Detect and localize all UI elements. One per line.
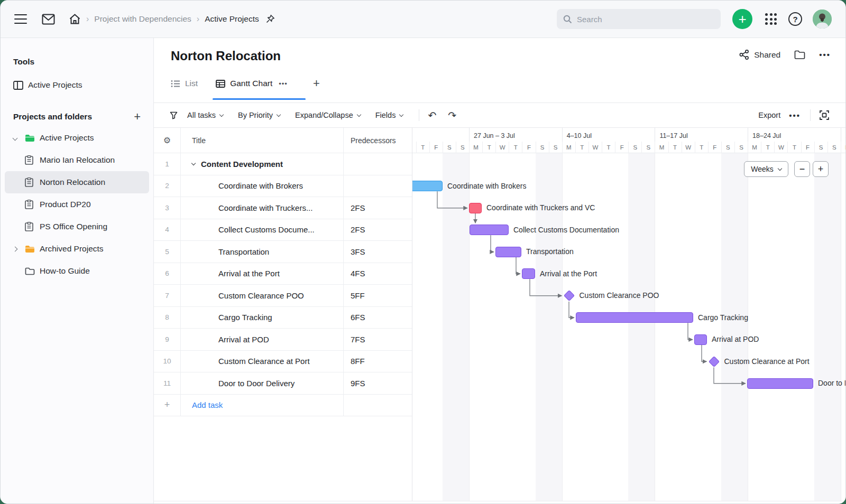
inbox-mail-icon[interactable]	[42, 14, 55, 25]
hamburger-menu-icon[interactable]	[14, 14, 27, 24]
table-row[interactable]: 11Door to Door Delivery9FS	[154, 372, 412, 395]
sidebar-item-mario-ian-relocation[interactable]: Mario Ian Relocation	[5, 149, 149, 171]
tab-list[interactable]: List	[171, 74, 198, 92]
bottom-edge	[154, 501, 845, 504]
task-bar[interactable]	[470, 225, 509, 235]
task-title-cell[interactable]: Arrival at POD	[181, 329, 344, 350]
sidebar-item-ps-office-opening[interactable]: PS Office Opening	[5, 216, 149, 238]
predecessor-cell[interactable]: 2FS	[344, 197, 412, 219]
predecessor-cell[interactable]: 6FS	[344, 307, 412, 329]
home-icon[interactable]	[69, 13, 81, 25]
redo-button[interactable]: ↷	[448, 109, 456, 121]
pin-icon[interactable]	[265, 14, 275, 24]
sidebar-tool-active-projects[interactable]: Active Projects	[5, 74, 149, 96]
table-row[interactable]: 9Arrival at POD7FS	[154, 329, 412, 351]
timescale-dropdown[interactable]: Weeks	[744, 161, 788, 177]
table-row[interactable]: 6Arrival at the Port4FS	[154, 263, 412, 285]
predecessor-cell[interactable]: 9FS	[344, 372, 412, 394]
tab-menu-dots-icon[interactable]: •••	[279, 80, 288, 88]
apps-grid-icon[interactable]	[765, 13, 777, 25]
view-tabs: ListGantt Chart•••+	[171, 74, 845, 92]
zoom-out-button[interactable]: −	[794, 161, 810, 177]
create-new-button[interactable]: +	[732, 9, 752, 29]
gantt-day-letter: S	[456, 142, 469, 153]
shared-button[interactable]: Shared	[739, 50, 780, 60]
gantt-week-header: 27 Jun – 3 Jul4–10 Jul11–17 Jul18–24 Jul…	[412, 128, 845, 142]
sidebar-item-norton-relocation[interactable]: Norton Relocation	[5, 171, 149, 193]
search-input[interactable]: Search	[557, 9, 721, 29]
avatar[interactable]	[813, 10, 832, 29]
sidebar-item-archived-projects[interactable]: Archived Projects	[5, 238, 149, 260]
breadcrumb-current[interactable]: Active Projects	[205, 14, 259, 24]
undo-button[interactable]: ↶	[428, 109, 436, 121]
more-options-icon[interactable]: •••	[819, 50, 831, 59]
gantt-day-letter: S	[536, 142, 549, 153]
toolbar-by-priority-dropdown[interactable]: By Priority	[238, 111, 280, 119]
predecessor-cell[interactable]: 3FS	[344, 241, 412, 263]
predecessor-cell[interactable]: 5FF	[344, 285, 412, 306]
export-button[interactable]: Export	[758, 111, 780, 119]
toolbar-dropdown-label: All tasks	[187, 111, 216, 119]
task-title-cell[interactable]: Cargo Tracking	[181, 307, 344, 329]
add-task-plus-icon[interactable]: +	[154, 395, 181, 416]
task-bar[interactable]	[747, 378, 813, 389]
predecessor-cell[interactable]: 8FF	[344, 351, 412, 372]
task-title-cell[interactable]: Arrival at the Port	[181, 263, 344, 285]
chevron-right-icon[interactable]	[13, 246, 18, 251]
table-row[interactable]: 4Collect Customs Docume...2FS	[154, 219, 412, 241]
gantt-week-label: 18–24 Jul	[748, 128, 841, 142]
task-bar[interactable]	[694, 334, 707, 345]
table-row[interactable]: 5Transportation3FS	[154, 241, 412, 263]
task-title-cell[interactable]: Content Development	[181, 153, 344, 175]
table-row[interactable]: 8Cargo Tracking6FS	[154, 307, 412, 329]
table-row[interactable]: 2Coordinate with Brokers	[154, 175, 412, 198]
tab-gantt-chart[interactable]: Gantt Chart•••	[216, 74, 288, 92]
toolbar-more-icon[interactable]: •••	[789, 111, 801, 120]
work-area: ⚙ Title Predecessors 1Content Developmen…	[154, 128, 845, 501]
sidebar-item-how-to-guide[interactable]: How-to Guide	[5, 260, 149, 282]
task-bar[interactable]	[495, 247, 521, 257]
add-task-button[interactable]: Add task	[181, 395, 344, 416]
toolbar-all-tasks-dropdown[interactable]: All tasks	[170, 111, 223, 119]
predecessor-cell[interactable]	[344, 153, 412, 175]
add-view-button[interactable]: +	[313, 77, 320, 90]
task-bar[interactable]	[469, 203, 482, 213]
zoom-in-button[interactable]: +	[813, 161, 829, 177]
predecessor-cell[interactable]: 4FS	[344, 263, 412, 285]
toolbar-expand-collapse-dropdown[interactable]: Expand/Collapse	[295, 111, 361, 119]
breadcrumb-parent[interactable]: Project with Dependencies	[94, 14, 191, 24]
list-icon	[171, 80, 180, 88]
task-title-cell[interactable]: Collect Customs Docume...	[181, 219, 344, 241]
task-title-cell[interactable]: Door to Door Delivery	[181, 372, 344, 394]
predecessor-cell[interactable]	[344, 175, 412, 197]
folder-icon[interactable]	[794, 50, 805, 59]
task-title-cell[interactable]: Transportation	[181, 241, 344, 263]
help-icon[interactable]: ?	[788, 12, 802, 26]
task-bar[interactable]	[522, 268, 535, 279]
task-title: Transportation	[218, 247, 269, 256]
gantt-day-letter: S	[628, 142, 641, 153]
sidebar-item-active-projects[interactable]: Active Projects	[5, 127, 149, 149]
table-settings-gear-icon[interactable]: ⚙	[163, 135, 171, 145]
task-title-cell[interactable]: Custom Clearance POO	[181, 285, 344, 306]
table-row[interactable]: 10Custom Clearance at Port8FF	[154, 351, 412, 373]
task-title-cell[interactable]: Custom Clearance at Port	[181, 351, 344, 372]
chevron-down-icon[interactable]	[13, 135, 18, 141]
toolbar-fields-dropdown[interactable]: Fields	[375, 111, 403, 119]
sidebar-item-product-dp20[interactable]: Product DP20	[5, 193, 149, 216]
add-project-button[interactable]: +	[134, 110, 141, 124]
predecessor-cell[interactable]: 7FS	[344, 329, 412, 350]
column-header-title[interactable]: Title	[181, 128, 344, 153]
table-row[interactable]: 1Content Development	[154, 153, 412, 175]
table-row[interactable]: 3Coordinate with Truckers...2FS	[154, 197, 412, 219]
collapse-chevron-icon[interactable]	[191, 161, 196, 165]
task-bar[interactable]	[412, 181, 443, 191]
predecessor-cell[interactable]: 2FS	[344, 219, 412, 241]
column-header-predecessors[interactable]: Predecessors	[344, 128, 412, 153]
task-title-cell[interactable]: Coordinate with Truckers...	[181, 197, 344, 219]
task-title-cell[interactable]: Coordinate with Brokers	[181, 175, 344, 197]
fullscreen-icon[interactable]	[819, 110, 830, 120]
funnel-icon	[170, 111, 182, 119]
task-bar[interactable]	[576, 312, 693, 323]
table-row[interactable]: 7Custom Clearance POO5FF	[154, 285, 412, 307]
